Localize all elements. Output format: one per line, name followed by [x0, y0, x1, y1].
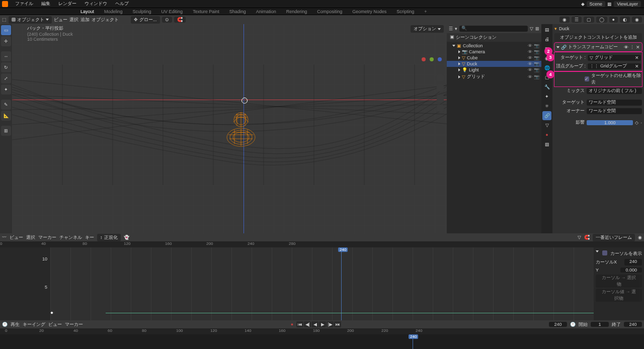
tool-rotate[interactable]: ↻	[1, 62, 11, 72]
tab-texturepaint[interactable]: Texture Paint	[188, 9, 224, 14]
tool-move[interactable]: ↔	[1, 51, 11, 61]
tab-output[interactable]: 🖨	[542, 35, 551, 44]
editor-type-icon[interactable]: ⬚	[2, 17, 7, 22]
tab-material[interactable]: ●	[542, 130, 551, 139]
tool-measure[interactable]: 📐	[1, 111, 11, 121]
clear-icon[interactable]: ✕	[635, 64, 639, 69]
tab-scripting[interactable]: Scripting	[391, 9, 419, 14]
disclosure-icon[interactable]	[458, 68, 460, 71]
tab-rendering[interactable]: Rendering	[281, 9, 312, 14]
eye-icon[interactable]: 👁	[528, 74, 532, 79]
nearest-frame[interactable]: 一番近いフレーム	[593, 234, 635, 241]
menu-edit[interactable]: 編集	[37, 1, 54, 7]
xray-toggle[interactable]: ▢	[584, 17, 594, 23]
filter-icon[interactable]: ▽	[530, 26, 533, 31]
tl-view[interactable]: ビュー	[48, 321, 62, 328]
next-key-button[interactable]: |▶	[327, 321, 334, 327]
tab-modeling[interactable]: Modeling	[99, 9, 128, 14]
outliner-item[interactable]: 📷 Camera👁📷	[447, 49, 541, 55]
delete-icon[interactable]: ✕	[636, 45, 640, 50]
outliner-item[interactable]: 💡 Light👁📷	[447, 67, 541, 73]
mix-field[interactable]: オリジナルの前 ( フル )	[587, 88, 642, 94]
shading-rendered[interactable]: ◉	[632, 17, 642, 23]
pivot-select[interactable]: ⊙	[162, 17, 172, 23]
ge-select[interactable]: 選択	[26, 234, 35, 241]
menu-help[interactable]: ヘルプ	[111, 1, 133, 7]
tab-physics[interactable]: ⚛	[542, 102, 551, 111]
keyframe-icon[interactable]: ◇	[635, 120, 638, 125]
disclosure-icon[interactable]	[458, 50, 460, 53]
cursor-y-value[interactable]: 0.000	[620, 268, 642, 273]
owner-space-field[interactable]: ワールド空間	[587, 108, 642, 114]
play-rev-button[interactable]: ◀	[311, 321, 318, 327]
channel-list[interactable]: 10 5	[0, 247, 50, 320]
tool-scale[interactable]: ⤢	[1, 73, 11, 83]
graph-area[interactable]: 240	[50, 247, 594, 320]
timeline-body[interactable]: 240	[0, 334, 644, 349]
filter-icon[interactable]: ▽	[578, 235, 581, 240]
3d-viewport[interactable]: パック・平行投影 (240) Collection | Duck 10 Cent…	[12, 24, 447, 233]
render-icon[interactable]: 📷	[534, 61, 539, 66]
scene-field[interactable]: Scene	[587, 1, 606, 7]
keyframe-dot[interactable]	[50, 311, 54, 315]
hdr-view[interactable]: ビュー	[54, 17, 67, 23]
outliner-search[interactable]: 🔍	[459, 26, 528, 32]
tab-geonodes[interactable]: Geometry Nodes	[347, 9, 391, 14]
tab-uvediting[interactable]: UV Editing	[156, 9, 188, 14]
tab-render[interactable]: ▤	[542, 25, 551, 34]
disclosure-icon[interactable]	[458, 56, 460, 59]
normalize-toggle[interactable]: ↕正規化	[97, 234, 121, 241]
extras-icon[interactable]: ⋮	[630, 45, 634, 50]
options-button[interactable]: オプション	[411, 25, 444, 33]
tool-select-box[interactable]: ▭	[1, 25, 11, 35]
editor-type-icon[interactable]: 🕐	[2, 322, 8, 327]
ge-view[interactable]: ビュー	[10, 234, 23, 241]
clear-icon[interactable]: ✕	[635, 55, 639, 60]
shading-wireframe[interactable]: ◯	[596, 17, 607, 23]
tl-playback[interactable]: 再生	[11, 321, 20, 328]
gizmo-x-icon[interactable]	[422, 57, 426, 61]
disclosure-icon[interactable]	[458, 62, 460, 65]
orientation-select[interactable]: ✥グロー...	[131, 16, 160, 24]
perspective-icon[interactable]	[437, 105, 444, 112]
add-constraint-button[interactable]: オブジェクトコンストレイントを追加	[554, 33, 642, 42]
target-field[interactable]: ▽グリッド✕	[588, 55, 641, 61]
disclosure-icon[interactable]	[452, 45, 455, 47]
constraint-header[interactable]: 🔗 トランスフォームコピー 👁 ⋮ ✕	[554, 43, 642, 51]
editor-type-icon[interactable]: 〰	[2, 235, 7, 240]
tab-add[interactable]: +	[419, 9, 432, 14]
snap-icon[interactable]: 🧲	[584, 235, 590, 240]
zoom-icon[interactable]	[437, 74, 444, 81]
eye-icon[interactable]: 👁	[528, 49, 532, 54]
render-icon[interactable]: 📷	[534, 49, 539, 54]
autokey-icon[interactable]: ●	[291, 322, 293, 327]
gizmo-z-icon[interactable]	[438, 57, 442, 61]
render-icon[interactable]: 📷	[534, 74, 539, 79]
tab-constraints[interactable]: 🔗	[542, 111, 551, 120]
render-icon[interactable]: 📷	[534, 67, 539, 72]
influence-slider[interactable]: 1.000	[587, 120, 633, 125]
eye-icon[interactable]: 👁	[528, 55, 532, 60]
eye-icon[interactable]: 👁	[528, 61, 532, 66]
menu-file[interactable]: ファイル	[11, 1, 37, 7]
camera-view-icon[interactable]	[437, 95, 444, 102]
tool-add[interactable]: ⊞	[1, 126, 11, 136]
current-frame-input[interactable]: 240	[549, 322, 567, 327]
hdr-select[interactable]: 選択	[69, 17, 78, 23]
cursor-val-to-sel-button[interactable]: カーソル値 → 選択物	[596, 289, 642, 302]
tab-sculpting[interactable]: Sculpting	[128, 9, 156, 14]
tl-marker[interactable]: マーカー	[65, 321, 83, 328]
disclosure-icon[interactable]	[458, 75, 460, 78]
jump-start-button[interactable]: ⏮	[296, 321, 303, 327]
ge-marker[interactable]: マーカー	[38, 234, 56, 241]
ghost-icon[interactable]: 👻	[124, 235, 129, 240]
shading-solid[interactable]: ●	[609, 17, 618, 23]
outliner-item[interactable]: ▽ Duck👁📷	[447, 61, 541, 67]
tab-particles[interactable]: ✦	[542, 92, 551, 101]
ge-channel[interactable]: チャンネル	[59, 234, 82, 241]
play-button[interactable]: ▶	[319, 321, 326, 327]
eye-icon[interactable]: 👁	[528, 43, 532, 48]
editor-type-icon[interactable]: ☰	[449, 26, 453, 31]
eye-icon[interactable]: 👁	[528, 67, 532, 72]
tab-shading[interactable]: Shading	[224, 9, 251, 14]
